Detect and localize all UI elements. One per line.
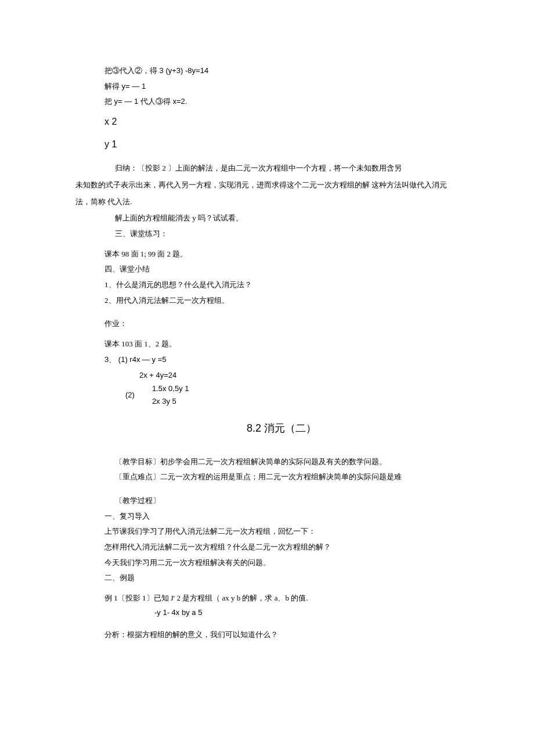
summary-item: 2、用代入消元法解二元一次方程组。 (104, 294, 459, 308)
summary-intro: 归纳：〔投影 2 〕上面的解法，是由二元一次方程组中一个方程，将一个未知数用含另 (104, 161, 459, 176)
equation-line: 2x 3y 5 (152, 395, 189, 408)
step-line: 解得 y= — 1 (104, 79, 459, 94)
section-title: 8.2 消元（二） (104, 418, 459, 438)
section-heading: 四、课堂小结 (104, 262, 459, 277)
exercise-ref: 课本 98 面 1; 99 面 2 题。 (104, 247, 459, 262)
example-heading: 二、例题 (104, 571, 459, 585)
question-line: 解上面的方程组能消去 y 吗？试试看。 (104, 211, 459, 226)
solution-y: y 1 (104, 134, 459, 154)
review-line: 上节课我们学习了用代入消元法解二元一次方程组，回忆一下： (104, 525, 459, 539)
teaching-focus: 〔重点难点〕二元一次方程的运用是重点；用二元一次方程组解决简单的实际问题是难 (104, 470, 459, 484)
review-line: 今天我们学习用二元一次方程组解决有关的问题。 (104, 556, 459, 570)
teaching-process: 〔教学过程〕 (104, 494, 459, 508)
homework-equation: 2x + 4y=24 (104, 368, 459, 383)
step-line: 把 y= — 1 代人③得 x=2. (104, 95, 459, 109)
homework-label: 作业： (104, 317, 459, 331)
summary-item: 1、什么是消元的思想？什么是代入消元法？ (104, 278, 459, 292)
review-line: 怎样用代入消元法解二元一次方程组？什么是二元一次方程组的解？ (104, 540, 459, 555)
homework-equation: 3、 (1) r4x — y =5 (104, 353, 459, 367)
document-page: 把③代入②，得 3 (y+3) -8y=14 解得 y= — 1 把 y= — … (0, 0, 534, 678)
homework-item: 课本 103 面 1、2 题。 (104, 337, 459, 352)
equation-line: 1.5x 0,5y 1 (152, 382, 189, 395)
analysis-line: 分析：根据方程组的解的意义，我们可以知道什么？ (104, 628, 459, 642)
example-problem: 例 1〔投影 1〕已知 J' 2 是方程组（ ax y b 的解，求 a、b 的… (104, 591, 459, 606)
step-line: 把③代入②，得 3 (y+3) -8y=14 (104, 64, 459, 78)
section-heading: 三、课堂练习： (104, 227, 459, 241)
review-heading: 一、复习导入 (104, 509, 459, 524)
example-equation: -y 1- 4x by a 5 (104, 606, 459, 620)
solution-x: x 2 (104, 111, 459, 132)
teaching-goal: 〔教学目标〕初步学会用二元一次方程组解决简单的实际问题及有关的数学问题。 (104, 455, 459, 469)
equation-label: (2) (125, 388, 135, 403)
summary-body: 未知数的式子表示出来，再代入另一方程，实现消元，进而求得这个二元一次方程组的解 … (75, 177, 459, 210)
equation-group: (2) 1.5x 0,5y 1 2x 3y 5 (104, 382, 459, 408)
